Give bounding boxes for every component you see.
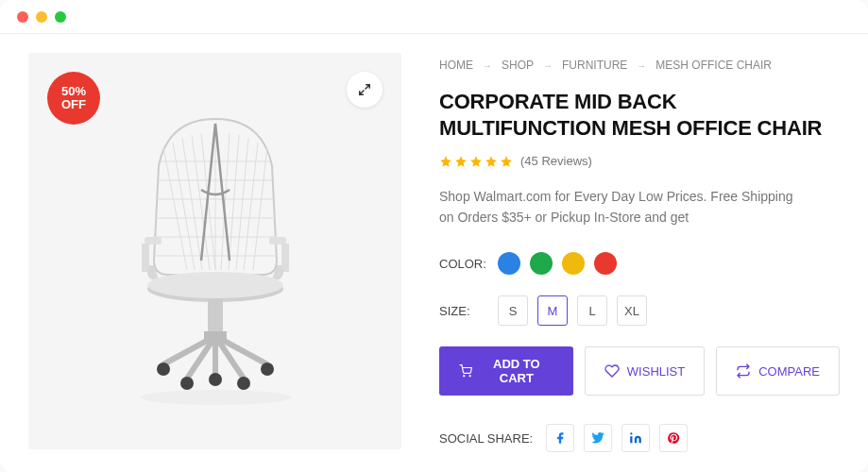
svg-point-36 <box>464 376 465 377</box>
product-details: HOME → SHOP → FURNITURE → MESH OFFICE CH… <box>439 53 840 453</box>
svg-point-37 <box>469 376 470 377</box>
svg-point-34 <box>209 373 222 386</box>
svg-rect-19 <box>269 237 286 244</box>
svg-rect-18 <box>142 244 149 272</box>
linkedin-share-button[interactable] <box>621 424 650 452</box>
color-swatch-yellow[interactable] <box>562 252 585 275</box>
chevron-right-icon: → <box>483 60 492 71</box>
svg-line-0 <box>163 147 187 270</box>
wishlist-label: WISHLIST <box>627 364 685 379</box>
svg-line-2 <box>182 138 202 270</box>
breadcrumb-current: MESH OFFICE CHAIR <box>655 59 772 72</box>
browser-title-bar <box>0 0 868 34</box>
size-option-xl[interactable]: XL <box>617 295 647 326</box>
color-swatch-red[interactable] <box>594 252 617 275</box>
star-icon <box>500 155 513 168</box>
browser-window: 50% OFF <box>0 0 868 472</box>
svg-point-22 <box>147 272 283 298</box>
minimize-window-button[interactable] <box>36 11 47 23</box>
add-to-cart-button[interactable]: ADD TO CART <box>439 346 573 396</box>
color-swatches <box>498 252 617 275</box>
product-title: CORPORATE MID BACK MULTIFUNCTION MESH OF… <box>439 89 840 141</box>
star-icon <box>454 155 468 168</box>
product-description: Shop Walmart.com for Every Day Low Price… <box>439 187 798 228</box>
size-option-m[interactable]: M <box>537 295 568 326</box>
svg-point-33 <box>237 377 250 390</box>
chevron-right-icon: → <box>543 60 553 71</box>
svg-line-8 <box>236 138 248 270</box>
rating-row: (45 Reviews) <box>439 154 840 168</box>
facebook-share-button[interactable] <box>546 424 574 452</box>
pinterest-share-button[interactable] <box>659 424 688 452</box>
svg-point-31 <box>261 362 274 376</box>
color-swatch-blue[interactable] <box>498 252 520 275</box>
twitter-share-button[interactable] <box>584 424 612 452</box>
color-option-row: COLOR: <box>439 252 840 275</box>
size-label: SIZE: <box>439 304 483 318</box>
review-count[interactable]: (45 Reviews) <box>520 154 592 168</box>
breadcrumb-home[interactable]: HOME <box>439 59 473 72</box>
expand-icon <box>358 83 371 96</box>
svg-point-32 <box>180 377 194 390</box>
social-share-row: SOCIAL SHARE: <box>439 424 840 452</box>
chevron-right-icon: → <box>637 60 646 71</box>
compare-icon <box>736 363 751 379</box>
maximize-window-button[interactable] <box>55 11 66 23</box>
size-option-s[interactable]: S <box>498 295 528 326</box>
add-to-cart-label: ADD TO CART <box>480 357 553 385</box>
social-buttons <box>546 424 688 452</box>
linkedin-icon <box>629 431 642 445</box>
star-icon <box>439 155 452 168</box>
action-buttons: ADD TO CART WISHLIST COMPARE <box>439 346 840 396</box>
svg-rect-20 <box>281 244 289 272</box>
star-icon <box>469 155 483 168</box>
svg-rect-17 <box>145 237 162 244</box>
close-window-button[interactable] <box>17 11 28 23</box>
size-option-row: SIZE: S M L XL <box>439 295 840 326</box>
breadcrumb: HOME → SHOP → FURNITURE → MESH OFFICE CH… <box>439 59 840 72</box>
star-icon <box>485 155 498 168</box>
product-image: 50% OFF <box>28 53 401 449</box>
color-label: COLOR: <box>439 257 483 271</box>
discount-badge: 50% OFF <box>47 72 100 125</box>
heart-icon <box>604 363 620 379</box>
pinterest-icon <box>667 431 680 445</box>
size-option-l[interactable]: L <box>577 295 607 326</box>
color-swatch-green[interactable] <box>530 252 553 275</box>
star-rating <box>439 155 513 168</box>
compare-button[interactable]: COMPARE <box>716 346 840 396</box>
svg-point-35 <box>140 390 291 405</box>
breadcrumb-shop[interactable]: SHOP <box>502 59 534 72</box>
compare-label: COMPARE <box>758 364 820 379</box>
zoom-button[interactable] <box>347 72 383 108</box>
product-gallery: 50% OFF <box>28 53 401 453</box>
wishlist-button[interactable]: WISHLIST <box>585 346 705 396</box>
facebook-icon <box>553 431 567 445</box>
social-share-label: SOCIAL SHARE: <box>439 431 533 446</box>
breadcrumb-furniture[interactable]: FURNITURE <box>562 59 627 72</box>
twitter-icon <box>591 431 604 445</box>
size-options: S M L XL <box>498 295 647 326</box>
page-content: 50% OFF <box>0 34 868 472</box>
svg-line-7 <box>229 135 239 270</box>
svg-rect-23 <box>208 298 223 331</box>
svg-point-30 <box>157 362 170 376</box>
cart-icon <box>459 363 472 379</box>
chair-illustration <box>93 91 338 412</box>
